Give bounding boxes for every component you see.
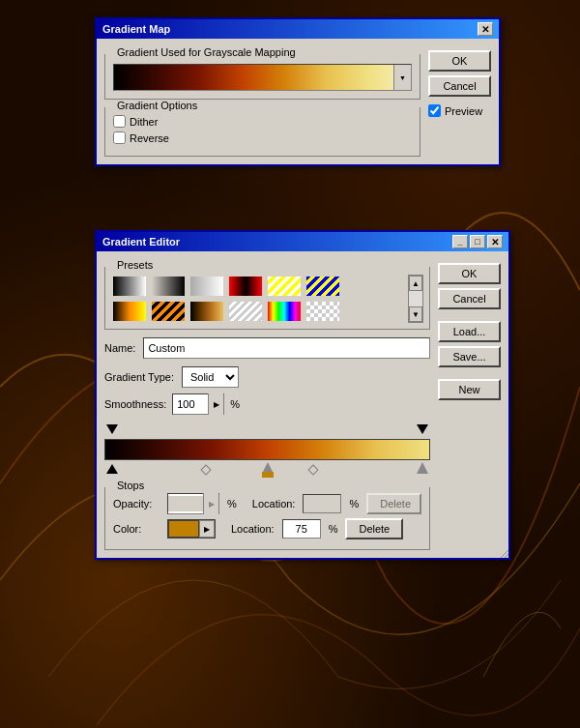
opacity-stops-bar	[104, 422, 430, 438]
color-location-percent: %	[329, 523, 338, 535]
color-swatch[interactable]	[168, 520, 199, 538]
opacity-input	[168, 496, 203, 511]
preview-label: Preview	[445, 105, 482, 117]
stops-label: Stops	[113, 480, 148, 491]
dither-checkbox[interactable]	[113, 115, 126, 128]
opacity-row: Opacity: ▶ % Location: % Delete	[113, 493, 421, 514]
minimize-icon: _	[457, 237, 462, 247]
presets-group: Presets	[104, 267, 430, 330]
svg-line-0	[501, 550, 508, 558]
preset-item[interactable]	[150, 275, 187, 298]
opacity-location-percent: %	[349, 498, 359, 510]
editor-title-buttons: _ □ ✕	[452, 235, 503, 248]
scroll-up-button[interactable]: ▲	[409, 276, 422, 291]
gradient-map-title-bar: Gradient Map ✕	[97, 19, 499, 39]
opacity-label: Opacity:	[113, 498, 160, 510]
opacity-delete-button: Delete	[366, 493, 421, 514]
editor-close-button[interactable]: ✕	[487, 235, 503, 248]
preset-item[interactable]	[111, 300, 148, 323]
smoothness-input[interactable]	[173, 396, 208, 412]
close-button[interactable]: ✕	[478, 22, 493, 36]
editor-ok-button[interactable]: OK	[438, 263, 501, 284]
scroll-track	[409, 291, 422, 306]
smoothness-input-box: ▶	[172, 393, 224, 415]
preset-item[interactable]	[111, 275, 148, 298]
preset-item[interactable]	[188, 275, 225, 298]
color-location-label: Location:	[231, 523, 275, 535]
gradient-type-select[interactable]: Solid Noise	[182, 366, 239, 388]
editor-load-button[interactable]: Load...	[438, 321, 501, 342]
opacity-input-box: ▶	[167, 493, 219, 514]
gradient-editor-dialog: Gradient Editor _ □ ✕ Presets	[95, 230, 510, 560]
gradient-used-group: Gradient Used for Grayscale Mapping ▼	[104, 54, 420, 100]
color-label: Color:	[113, 523, 160, 535]
color-arrow-btn[interactable]: ▶	[199, 520, 215, 538]
opacity-stop-right[interactable]	[417, 424, 428, 434]
type-row: Gradient Type: Solid Noise	[104, 366, 430, 388]
dither-label: Dither	[130, 116, 158, 128]
reverse-checkbox[interactable]	[113, 131, 126, 144]
name-row: Name:	[104, 337, 430, 359]
svg-line-1	[505, 554, 508, 558]
gradient-options-group: Gradient Options Dither Reverse	[104, 107, 420, 157]
title-bar-buttons: ✕	[478, 22, 493, 36]
opacity-percent: %	[227, 498, 237, 510]
gradient-editor-title-bar: Gradient Editor _ □ ✕	[97, 232, 508, 251]
gradient-preview[interactable]: ▼	[113, 64, 412, 91]
reverse-row: Reverse	[113, 131, 412, 144]
preset-item[interactable]	[227, 300, 264, 323]
opacity-stop-left[interactable]	[106, 424, 118, 434]
preset-item[interactable]	[266, 275, 303, 298]
color-delete-button[interactable]: Delete	[345, 518, 403, 539]
color-location-input[interactable]	[282, 519, 321, 539]
reverse-label: Reverse	[130, 132, 169, 144]
presets-grid	[111, 275, 406, 323]
color-swatch-box: ▶	[167, 519, 216, 539]
smoothness-label: Smoothness:	[104, 398, 166, 410]
new-button[interactable]: New	[438, 379, 501, 400]
color-row: Color: ▶ Location: % Delete	[113, 518, 421, 539]
preset-item[interactable]	[227, 275, 264, 298]
smoothness-spin-btn[interactable]: ▶	[208, 393, 223, 415]
stops-group: Stops Opacity: ▶ % Location: % Delete	[104, 487, 430, 550]
gradient-dropdown-btn[interactable]: ▼	[393, 65, 411, 90]
gradient-type-label: Gradient Type:	[104, 371, 174, 383]
maximize-button[interactable]: □	[470, 235, 485, 248]
preset-item[interactable]	[266, 300, 303, 323]
preview-checkbox[interactable]	[428, 104, 441, 117]
presets-label: Presets	[113, 259, 157, 271]
editor-cancel-button[interactable]: Cancel	[438, 288, 501, 309]
midpoint-marker-1[interactable]	[200, 464, 211, 475]
gradient-options-label: Gradient Options	[113, 100, 201, 111]
gradient-bar-area	[104, 422, 430, 480]
preset-item[interactable]	[188, 300, 225, 323]
resize-corner[interactable]	[497, 546, 508, 558]
color-stops-bar	[104, 460, 430, 480]
opacity-spin-btn: ▶	[203, 493, 218, 514]
dither-row: Dither	[113, 115, 412, 128]
midpoint-marker-2[interactable]	[308, 464, 319, 475]
opacity-location-input	[303, 494, 341, 513]
gradient-map-title: Gradient Map	[102, 23, 170, 35]
color-stop-right[interactable]	[417, 462, 428, 474]
preset-item[interactable]	[150, 300, 187, 323]
ok-button[interactable]: OK	[428, 50, 491, 72]
close-icon: ✕	[481, 24, 489, 35]
opacity-location-label: Location:	[252, 498, 296, 510]
minimize-button[interactable]: _	[452, 235, 468, 248]
editor-close-icon: ✕	[491, 237, 499, 248]
gradient-main-bar[interactable]	[104, 439, 430, 460]
gradient-map-dialog: Gradient Map ✕ Gradient Used for Graysca…	[95, 17, 501, 166]
cancel-button[interactable]: Cancel	[428, 75, 491, 97]
gradient-editor-title: Gradient Editor	[102, 236, 180, 248]
name-input[interactable]	[143, 337, 430, 359]
scroll-down-button[interactable]: ▼	[409, 306, 422, 322]
preset-item[interactable]	[304, 300, 341, 323]
color-stop-black[interactable]	[106, 464, 118, 474]
dropdown-arrow-icon: ▼	[399, 74, 406, 81]
maximize-icon: □	[475, 237, 479, 247]
editor-save-button[interactable]: Save...	[438, 346, 501, 367]
preset-item[interactable]	[304, 275, 341, 298]
name-label: Name:	[104, 342, 135, 354]
gradient-used-label: Gradient Used for Grayscale Mapping	[113, 46, 300, 58]
